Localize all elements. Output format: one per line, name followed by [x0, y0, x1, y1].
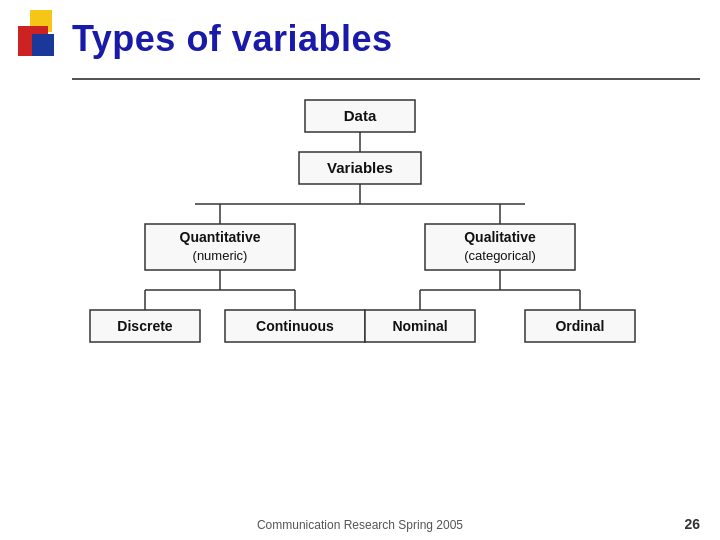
qualitative-node: Qualitative	[464, 229, 536, 245]
nominal-node: Nominal	[392, 318, 447, 334]
quantitative-sub: (numeric)	[193, 248, 248, 263]
quantitative-node: Quantitative	[180, 229, 261, 245]
discrete-node: Discrete	[117, 318, 172, 334]
title-divider	[72, 78, 700, 80]
page-title: Types of variables	[72, 18, 392, 60]
footer: Communication Research Spring 2005	[0, 518, 720, 532]
continuous-node: Continuous	[256, 318, 334, 334]
diagram-svg: Data Variables Quantitative (numeric) Qu…	[0, 90, 720, 470]
qualitative-sub: (categorical)	[464, 248, 536, 263]
footer-text: Communication Research Spring 2005	[257, 518, 463, 532]
logo-accent	[18, 10, 62, 64]
page-number: 26	[684, 516, 700, 532]
ordinal-node: Ordinal	[555, 318, 604, 334]
blue-square	[32, 34, 54, 56]
variables-node: Variables	[327, 159, 393, 176]
data-node: Data	[344, 107, 377, 124]
